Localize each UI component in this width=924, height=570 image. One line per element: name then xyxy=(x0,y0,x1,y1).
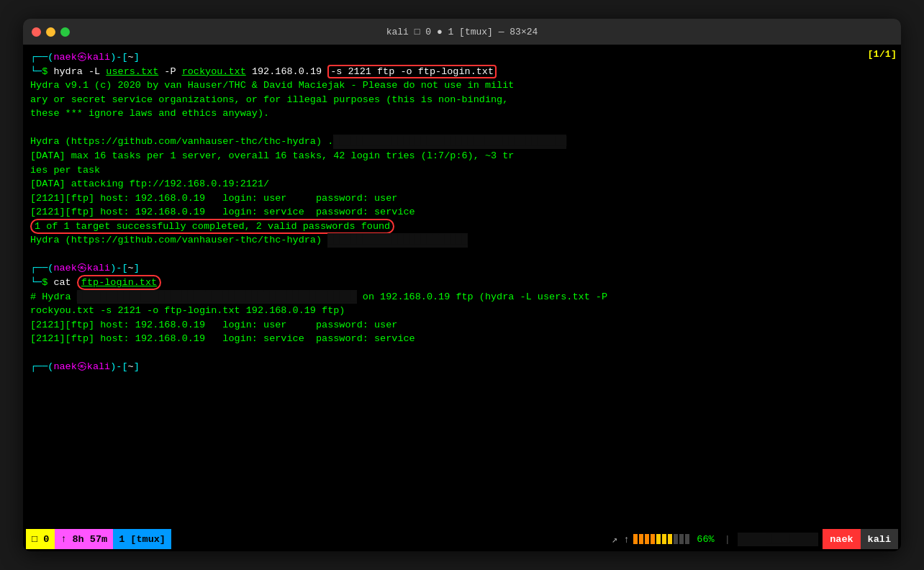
terminal-line-6: Hydra (https://github.com/vanhauser-thc/… xyxy=(30,135,894,149)
terminal-line-10: [2121][ftp] host: 192.168.0.19 login: us… xyxy=(30,191,894,206)
terminal-line-17: rockyou.txt -s 2121 -o ftp-login.txt 192… xyxy=(30,304,894,318)
terminal-line-12: 1 of 1 target successfully completed, 2 … xyxy=(30,220,894,234)
maximize-button[interactable] xyxy=(60,27,70,37)
terminal-line-15: └─$ cat ftp-login.txt xyxy=(30,276,894,290)
window-title: kali □ 0 ● 1 [tmux] — 83×24 xyxy=(386,27,538,37)
terminal-line-3: Hydra v9.1 (c) 2020 by van Hauser/THC & … xyxy=(30,78,894,93)
sb-redacted: ████ xyxy=(738,533,818,546)
terminal-line-2: └─$ hydra -L users.txt -P rockyou.txt 19… xyxy=(30,65,894,79)
terminal-line-16: # Hydra ████████████████████████████████… xyxy=(30,290,894,304)
sb-square: □ 0 xyxy=(26,529,55,549)
terminal-line-14: ┌──(naek㉿kali)-[~] xyxy=(30,261,894,276)
terminal-line-20: ┌──(naek㉿kali)-[~] xyxy=(30,360,894,374)
terminal-body[interactable]: [1/1] ┌──(naek㉿kali)-[~] └─$ hydra -L us… xyxy=(23,45,901,527)
terminal-line-1: ┌──(naek㉿kali)-[~] xyxy=(30,50,894,65)
terminal-line-11: [2121][ftp] host: 192.168.0.19 login: se… xyxy=(30,205,894,220)
terminal-line-7: [DATA] max 16 tasks per 1 server, overal… xyxy=(30,149,894,163)
terminal-line-blank1 xyxy=(30,121,894,135)
sb-pipe: | xyxy=(722,534,733,545)
sb-progress: ↗ ↑ 66% | ████ xyxy=(607,531,823,548)
terminal-window: kali □ 0 ● 1 [tmux] — 83×24 [1/1] ┌──(na… xyxy=(23,19,901,551)
terminal-line-4: ary or secret service organizations, or … xyxy=(30,93,894,107)
titlebar: kali □ 0 ● 1 [tmux] — 83×24 xyxy=(23,19,901,45)
terminal-line-13: Hydra (https://github.com/vanhauser-thc/… xyxy=(30,233,894,248)
terminal-line-18: [2121][ftp] host: 192.168.0.19 login: us… xyxy=(30,318,894,332)
sb-kali: kali xyxy=(861,529,898,549)
terminal-line-19: [2121][ftp] host: 192.168.0.19 login: se… xyxy=(30,332,894,346)
terminal-line-5: these *** ignore laws and ethics anyway)… xyxy=(30,107,894,121)
minimize-button[interactable] xyxy=(46,27,55,37)
terminal-line-9: [DATA] attacking ftp://192.168.0.19:2121… xyxy=(30,177,894,191)
statusbar: □ 0 ↑ 8h 57m 1 [tmux] ↗ ↑ 66% | ████ nae… xyxy=(23,527,901,551)
session-badge: [1/1] xyxy=(867,48,897,62)
sb-tmux: 1 [tmux] xyxy=(113,529,171,549)
sb-time: ↑ 8h 57m xyxy=(55,529,113,549)
progress-bars xyxy=(633,534,689,544)
terminal-line-blank3 xyxy=(30,346,894,361)
sb-percent: 66% xyxy=(694,534,717,545)
terminal-line-blank2 xyxy=(30,248,894,262)
close-button[interactable] xyxy=(32,27,41,37)
traffic-lights xyxy=(32,27,70,37)
sb-naek: naek xyxy=(823,529,860,549)
terminal-line-8: ies per task xyxy=(30,163,894,178)
